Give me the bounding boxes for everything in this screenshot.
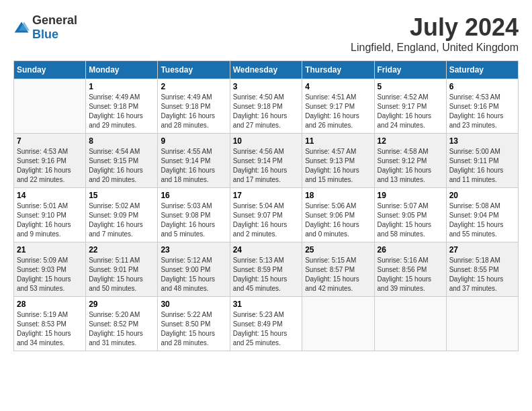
day-info: Sunrise: 5:02 AM Sunset: 9:09 PM Dayligh… bbox=[89, 201, 154, 239]
col-sunday: Sunday bbox=[14, 61, 86, 79]
week-row-5: 28 Sunrise: 5:19 AM Sunset: 8:53 PM Dayl… bbox=[14, 297, 519, 351]
day-info: Sunrise: 5:09 AM Sunset: 9:03 PM Dayligh… bbox=[17, 256, 83, 293]
day-cell-1-2: 9 Sunrise: 4:55 AM Sunset: 9:14 PM Dayli… bbox=[158, 134, 230, 188]
day-info: Sunrise: 4:58 AM Sunset: 9:12 PM Dayligh… bbox=[378, 147, 443, 185]
day-cell-2-2: 16 Sunrise: 5:03 AM Sunset: 9:08 PM Dayl… bbox=[158, 188, 230, 242]
day-cell-2-1: 15 Sunrise: 5:02 AM Sunset: 9:09 PM Dayl… bbox=[86, 188, 158, 242]
day-number: 9 bbox=[161, 136, 226, 146]
day-info: Sunrise: 4:52 AM Sunset: 9:17 PM Dayligh… bbox=[378, 93, 443, 130]
day-info: Sunrise: 5:15 AM Sunset: 8:57 PM Dayligh… bbox=[305, 256, 371, 293]
day-number: 10 bbox=[233, 136, 300, 146]
day-number: 3 bbox=[233, 82, 300, 91]
day-number: 5 bbox=[378, 82, 443, 91]
title-section: July 2024 Lingfield, England, United Kin… bbox=[351, 13, 519, 54]
col-tuesday: Tuesday bbox=[158, 61, 230, 79]
day-info: Sunrise: 5:20 AM Sunset: 8:52 PM Dayligh… bbox=[89, 310, 154, 348]
logo-general: General bbox=[32, 13, 77, 27]
day-number: 15 bbox=[89, 191, 154, 200]
day-cell-3-6: 27 Sunrise: 5:18 AM Sunset: 8:55 PM Dayl… bbox=[446, 242, 518, 297]
day-number: 20 bbox=[449, 191, 515, 200]
day-number: 11 bbox=[305, 136, 371, 146]
month-year: July 2024 bbox=[351, 13, 519, 42]
day-cell-4-3: 31 Sunrise: 5:23 AM Sunset: 8:49 PM Dayl… bbox=[230, 297, 302, 351]
week-row-2: 7 Sunrise: 4:53 AM Sunset: 9:16 PM Dayli… bbox=[14, 134, 519, 188]
week-row-1: 1 Sunrise: 4:49 AM Sunset: 9:18 PM Dayli… bbox=[14, 79, 519, 134]
location: Lingfield, England, United Kingdom bbox=[351, 42, 519, 54]
day-number: 28 bbox=[17, 300, 83, 309]
day-cell-1-6: 13 Sunrise: 5:00 AM Sunset: 9:11 PM Dayl… bbox=[446, 134, 518, 188]
day-cell-1-3: 10 Sunrise: 4:56 AM Sunset: 9:14 PM Dayl… bbox=[230, 134, 302, 188]
day-info: Sunrise: 4:56 AM Sunset: 9:14 PM Dayligh… bbox=[233, 147, 300, 185]
day-cell-4-1: 29 Sunrise: 5:20 AM Sunset: 8:52 PM Dayl… bbox=[86, 297, 158, 351]
col-saturday: Saturday bbox=[446, 61, 518, 79]
day-info: Sunrise: 4:53 AM Sunset: 9:16 PM Dayligh… bbox=[17, 147, 83, 185]
logo: General Blue bbox=[13, 13, 77, 42]
day-number: 4 bbox=[305, 82, 371, 91]
day-cell-0-0 bbox=[14, 79, 86, 134]
day-info: Sunrise: 5:06 AM Sunset: 9:06 PM Dayligh… bbox=[305, 201, 371, 239]
day-info: Sunrise: 5:07 AM Sunset: 9:05 PM Dayligh… bbox=[378, 201, 443, 239]
day-info: Sunrise: 5:00 AM Sunset: 9:11 PM Dayligh… bbox=[449, 147, 515, 185]
day-info: Sunrise: 5:16 AM Sunset: 8:56 PM Dayligh… bbox=[378, 256, 443, 293]
day-number: 31 bbox=[233, 300, 300, 309]
day-cell-1-4: 11 Sunrise: 4:57 AM Sunset: 9:13 PM Dayl… bbox=[302, 134, 374, 188]
day-cell-3-1: 22 Sunrise: 5:11 AM Sunset: 9:01 PM Dayl… bbox=[86, 242, 158, 297]
day-cell-3-0: 21 Sunrise: 5:09 AM Sunset: 9:03 PM Dayl… bbox=[14, 242, 86, 297]
day-info: Sunrise: 4:49 AM Sunset: 9:18 PM Dayligh… bbox=[89, 93, 154, 130]
day-info: Sunrise: 5:11 AM Sunset: 9:01 PM Dayligh… bbox=[89, 256, 154, 293]
logo-text: General Blue bbox=[32, 13, 77, 42]
day-cell-0-1: 1 Sunrise: 4:49 AM Sunset: 9:18 PM Dayli… bbox=[86, 79, 158, 134]
calendar-table: Sunday Monday Tuesday Wednesday Thursday… bbox=[13, 60, 519, 351]
day-cell-0-5: 5 Sunrise: 4:52 AM Sunset: 9:17 PM Dayli… bbox=[374, 79, 446, 134]
day-info: Sunrise: 5:22 AM Sunset: 8:50 PM Dayligh… bbox=[161, 310, 226, 348]
day-cell-4-2: 30 Sunrise: 5:22 AM Sunset: 8:50 PM Dayl… bbox=[158, 297, 230, 351]
day-number: 25 bbox=[305, 245, 371, 255]
day-cell-2-5: 19 Sunrise: 5:07 AM Sunset: 9:05 PM Dayl… bbox=[374, 188, 446, 242]
day-cell-3-5: 26 Sunrise: 5:16 AM Sunset: 8:56 PM Dayl… bbox=[374, 242, 446, 297]
day-number: 7 bbox=[17, 136, 83, 146]
page-header: General Blue July 2024 Lingfield, Englan… bbox=[13, 13, 519, 54]
day-number: 29 bbox=[89, 300, 154, 309]
col-monday: Monday bbox=[86, 61, 158, 79]
day-number: 23 bbox=[161, 245, 226, 255]
day-info: Sunrise: 4:57 AM Sunset: 9:13 PM Dayligh… bbox=[305, 147, 371, 185]
day-info: Sunrise: 4:49 AM Sunset: 9:18 PM Dayligh… bbox=[161, 93, 226, 130]
day-number: 2 bbox=[161, 82, 226, 91]
day-number: 17 bbox=[233, 191, 300, 200]
day-number: 14 bbox=[17, 191, 83, 200]
day-cell-2-6: 20 Sunrise: 5:08 AM Sunset: 9:04 PM Dayl… bbox=[446, 188, 518, 242]
day-cell-2-4: 18 Sunrise: 5:06 AM Sunset: 9:06 PM Dayl… bbox=[302, 188, 374, 242]
day-cell-4-5 bbox=[374, 297, 446, 351]
day-info: Sunrise: 5:12 AM Sunset: 9:00 PM Dayligh… bbox=[161, 256, 226, 293]
day-number: 27 bbox=[449, 245, 515, 255]
day-cell-0-2: 2 Sunrise: 4:49 AM Sunset: 9:18 PM Dayli… bbox=[158, 79, 230, 134]
col-thursday: Thursday bbox=[302, 61, 374, 79]
day-info: Sunrise: 4:54 AM Sunset: 9:15 PM Dayligh… bbox=[89, 147, 154, 185]
day-number: 16 bbox=[161, 191, 226, 200]
day-cell-0-3: 3 Sunrise: 4:50 AM Sunset: 9:18 PM Dayli… bbox=[230, 79, 302, 134]
day-info: Sunrise: 4:55 AM Sunset: 9:14 PM Dayligh… bbox=[161, 147, 226, 185]
col-friday: Friday bbox=[374, 61, 446, 79]
week-row-4: 21 Sunrise: 5:09 AM Sunset: 9:03 PM Dayl… bbox=[14, 242, 519, 297]
day-cell-0-4: 4 Sunrise: 4:51 AM Sunset: 9:17 PM Dayli… bbox=[302, 79, 374, 134]
day-number: 19 bbox=[378, 191, 443, 200]
day-info: Sunrise: 4:51 AM Sunset: 9:17 PM Dayligh… bbox=[305, 93, 371, 130]
day-info: Sunrise: 5:23 AM Sunset: 8:49 PM Dayligh… bbox=[233, 310, 300, 348]
day-number: 21 bbox=[17, 245, 83, 255]
day-number: 12 bbox=[378, 136, 443, 146]
week-row-3: 14 Sunrise: 5:01 AM Sunset: 9:10 PM Dayl… bbox=[14, 188, 519, 242]
day-info: Sunrise: 5:18 AM Sunset: 8:55 PM Dayligh… bbox=[449, 256, 515, 293]
day-number: 18 bbox=[305, 191, 371, 200]
calendar-header-row: Sunday Monday Tuesday Wednesday Thursday… bbox=[14, 61, 519, 79]
day-cell-4-6 bbox=[446, 297, 518, 351]
day-number: 30 bbox=[161, 300, 226, 309]
day-cell-1-1: 8 Sunrise: 4:54 AM Sunset: 9:15 PM Dayli… bbox=[86, 134, 158, 188]
day-info: Sunrise: 5:03 AM Sunset: 9:08 PM Dayligh… bbox=[161, 201, 226, 239]
day-cell-2-0: 14 Sunrise: 5:01 AM Sunset: 9:10 PM Dayl… bbox=[14, 188, 86, 242]
day-cell-2-3: 17 Sunrise: 5:04 AM Sunset: 9:07 PM Dayl… bbox=[230, 188, 302, 242]
day-number: 8 bbox=[89, 136, 154, 146]
day-cell-3-4: 25 Sunrise: 5:15 AM Sunset: 8:57 PM Dayl… bbox=[302, 242, 374, 297]
day-number: 26 bbox=[378, 245, 443, 255]
day-number: 6 bbox=[449, 82, 515, 91]
day-number: 22 bbox=[89, 245, 154, 255]
